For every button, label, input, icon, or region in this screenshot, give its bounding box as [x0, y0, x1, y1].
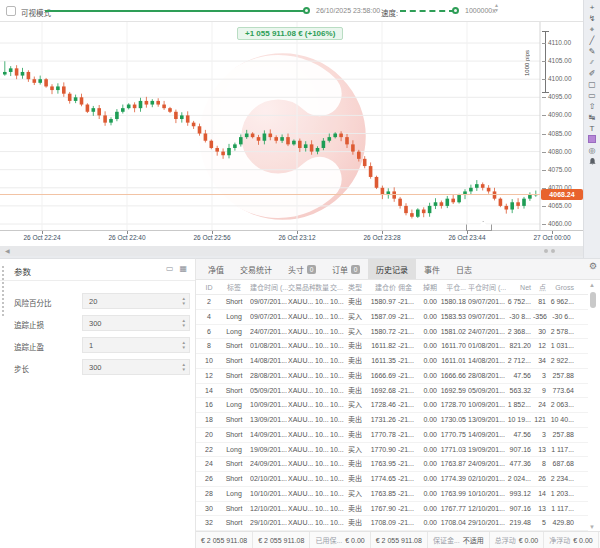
- speed-slider-handle[interactable]: [452, 7, 459, 14]
- chart-hscrollbar[interactable]: ◀: [0, 246, 583, 256]
- crosshair-icon[interactable]: ⌖: [586, 24, 599, 35]
- table-cell: -30 6...: [548, 310, 576, 324]
- table-row[interactable]: 28Long10/10/201...XAUU...10...10...买入176…: [196, 487, 588, 502]
- multi-line-icon[interactable]: ∕∕: [586, 57, 599, 68]
- table-cell: 13/09/201...: [468, 413, 506, 427]
- time-axis[interactable]: 26 Oct 22:2426 Oct 22:4026 Oct 22:5626 O…: [0, 230, 583, 246]
- visual-mode-checkbox[interactable]: [6, 6, 16, 16]
- scroll-up-icon[interactable]: ▲: [589, 282, 595, 288]
- tab-日志[interactable]: 日志: [448, 259, 480, 279]
- table-row[interactable]: 6Long24/07/201...XAUU...10...10...买入1580…: [196, 325, 588, 340]
- table-row[interactable]: 22Long19/09/201...XAUU...10...10...买入177…: [196, 443, 588, 458]
- tab-净值[interactable]: 净值: [200, 259, 232, 279]
- history-table[interactable]: 2Short09/07/201...XAUU...10...10...卖出158…: [196, 295, 588, 531]
- table-cell: XAUU...: [288, 487, 315, 501]
- status-segment: € 2 055 911.08: [253, 532, 310, 548]
- chart-plot[interactable]: [0, 22, 583, 230]
- table-row[interactable]: 32Short29/10/201...XAUU...10...10...卖出17…: [196, 516, 588, 531]
- table-row[interactable]: 26Short02/10/201...XAUU...10...10...卖出17…: [196, 472, 588, 487]
- parameter-input[interactable]: 1▲▼: [82, 337, 190, 353]
- tab-订单[interactable]: 订单0: [324, 259, 368, 279]
- tab-事件[interactable]: 事件: [416, 259, 448, 279]
- table-cell: 1730.05: [439, 413, 468, 427]
- table-cell: 10...: [315, 413, 330, 427]
- tab-头寸[interactable]: 头寸0: [280, 259, 324, 279]
- candle: [21, 72, 25, 76]
- add-icon[interactable]: +: [586, 2, 599, 13]
- candle: [369, 166, 373, 177]
- rectangle-icon[interactable]: ▭: [586, 90, 599, 101]
- dashed-rect-icon[interactable]: ▢: [586, 79, 599, 90]
- table-row[interactable]: 14Short05/09/201...XAUU...10...10...卖出16…: [196, 384, 588, 399]
- candle: [292, 141, 296, 145]
- table-row[interactable]: 8Short01/08/201...XAUU...10...10...卖出161…: [196, 339, 588, 354]
- table-row[interactable]: 24Short24/09/201...XAUU...10...10...卖出17…: [196, 457, 588, 472]
- table-cell: 10...: [315, 295, 330, 309]
- spinner-stepper[interactable]: ▲▼: [182, 340, 186, 350]
- table-vscrollbar[interactable]: ▲ ▼: [588, 282, 598, 530]
- table-cell: XAUU...: [288, 354, 315, 368]
- candle: [62, 86, 66, 93]
- table-row[interactable]: 2Short09/07/201...XAUU...10...10...卖出158…: [196, 295, 588, 310]
- table-cell: -21...: [398, 502, 417, 516]
- text-tool-icon[interactable]: T: [586, 123, 599, 134]
- scroll-thumb[interactable]: [590, 292, 596, 308]
- parameter-value: 300: [89, 319, 102, 328]
- candle: [103, 115, 107, 122]
- candle: [339, 134, 343, 138]
- table-row[interactable]: 4Long09/07/201...XAUU...10...10...买入1587…: [196, 310, 588, 325]
- arrow-shape-icon[interactable]: ⇧: [586, 101, 599, 112]
- candle: [9, 68, 13, 72]
- table-cell: -21...: [398, 413, 417, 427]
- pencil-icon[interactable]: ✎: [586, 46, 599, 57]
- spinner-stepper[interactable]: ▲▼: [182, 318, 186, 328]
- tab-交易统计[interactable]: 交易统计: [232, 259, 280, 279]
- candle: [410, 213, 414, 217]
- fib-channel-icon[interactable]: ↹: [586, 112, 599, 123]
- gear-icon[interactable]: ⚙: [589, 261, 597, 271]
- parameter-label: 追踪止损: [14, 319, 44, 330]
- table-cell: 1763.87: [439, 457, 468, 471]
- cursor-lightning-icon[interactable]: ↯: [586, 13, 599, 24]
- table-cell: -21...: [398, 428, 417, 442]
- table-row[interactable]: 30Short12/10/201...XAUU...10...10...卖出17…: [196, 502, 588, 517]
- spinner-stepper[interactable]: ▲▼: [182, 362, 186, 372]
- pen-icon[interactable]: ✐: [586, 68, 599, 79]
- candle: [363, 159, 367, 166]
- candlestick-chart[interactable]: +1 055 911.08 € (+106%) 1000 pips 4110.0…: [0, 22, 583, 246]
- table-row[interactable]: 12Short28/08/201...XAUU...10...10...卖出16…: [196, 369, 588, 384]
- scroll-down-icon[interactable]: ▼: [589, 524, 595, 530]
- window-icon[interactable]: ▭: [166, 264, 174, 273]
- parameter-input[interactable]: 300▲▼: [82, 315, 190, 331]
- table-cell: 1728.46: [367, 398, 398, 412]
- timeline-slider-track[interactable]: [45, 10, 307, 12]
- grid-icon[interactable]: ▦: [179, 264, 187, 273]
- scroll-resize-dots[interactable]: [544, 249, 555, 253]
- scroll-left-icon[interactable]: ◀: [5, 247, 10, 254]
- table-cell: 1 031...: [548, 339, 576, 353]
- tab-历史记录[interactable]: 历史记录: [368, 259, 416, 279]
- table-row[interactable]: 18Short13/09/201...XAUU...10...10...卖出17…: [196, 413, 588, 428]
- parameter-input[interactable]: 300▲▼: [82, 359, 190, 375]
- speed-stepper[interactable]: ▲▼: [494, 3, 499, 13]
- table-row[interactable]: 20Short14/09/201...XAUU...10...10...卖出17…: [196, 428, 588, 443]
- time-tick-label: 26 Oct 22:56: [177, 234, 247, 241]
- timeline-slider-handle[interactable]: [303, 7, 310, 14]
- table-row[interactable]: 10Short14/08/201...XAUU...10...10...卖出16…: [196, 354, 588, 369]
- speed-slider-track[interactable]: [400, 10, 455, 12]
- trendline-icon[interactable]: ╱: [586, 35, 599, 46]
- table-cell: 2 368...: [506, 325, 533, 339]
- bell-icon[interactable]: [586, 156, 599, 167]
- table-row[interactable]: 16Long10/09/201...XAUU...10...10...买入172…: [196, 398, 588, 413]
- table-cell: 01/08/201...: [250, 339, 288, 353]
- parameter-input[interactable]: 20▲▼: [82, 293, 190, 309]
- ellipse-icon[interactable]: ◎: [586, 145, 599, 156]
- spinner-stepper[interactable]: ▲▼: [182, 296, 186, 306]
- table-cell: 10...: [330, 369, 345, 383]
- table-cell: XAUU...: [288, 339, 315, 353]
- table-cell: 10...: [330, 295, 345, 309]
- status-segment: 总浮动€ 0.00: [490, 532, 544, 548]
- drawing-toolbar: +↯⌖╱✎∕∕✐▢▭⇧↹T◎: [583, 0, 600, 258]
- color-swatch-icon[interactable]: [586, 134, 599, 145]
- column-header: 交易品种: [288, 280, 315, 294]
